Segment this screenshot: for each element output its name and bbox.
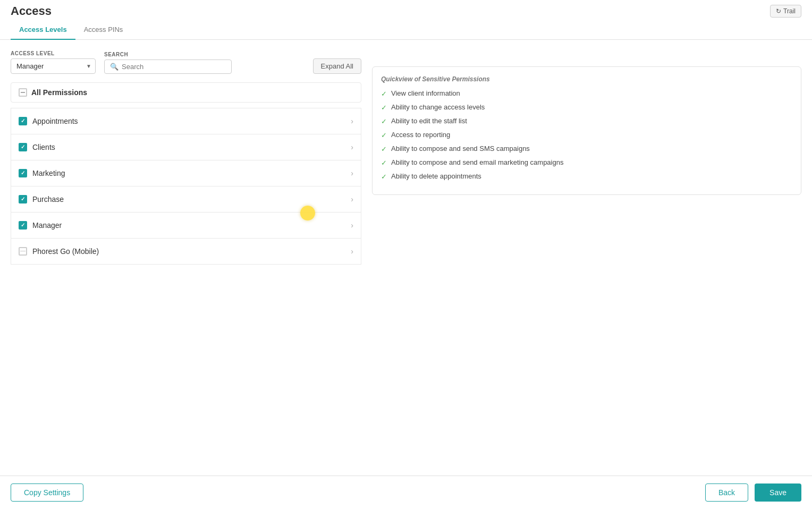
access-level-label: ACCESS LEVEL — [11, 50, 96, 56]
check-icon-4: ✓ — [381, 145, 387, 153]
permission-name-appointments: Appointments — [32, 117, 78, 125]
quickview-item-4: ✓ Ability to compose and send SMS campai… — [381, 145, 792, 153]
check-icon-0: ✓ — [381, 90, 387, 98]
all-permissions-checkbox[interactable] — [19, 88, 27, 97]
search-input[interactable] — [122, 63, 226, 71]
checkmark-appointments: ✓ — [21, 118, 25, 124]
permission-item-clients[interactable]: ✓ Clients › — [11, 134, 361, 160]
quickview-item-1: ✓ Ability to change access levels — [381, 103, 792, 112]
quickview-item-6: ✓ Ability to delete appointments — [381, 172, 792, 181]
checkbox-phorest-go[interactable]: — — [19, 247, 27, 256]
chevron-manager-icon: › — [351, 221, 353, 230]
checkbox-purchase[interactable]: ✓ — [19, 195, 27, 203]
checkbox-marketing[interactable]: ✓ — [19, 169, 27, 177]
left-panel: ACCESS LEVEL Manager ▼ SEARCH 🔍 E — [11, 50, 361, 265]
trail-icon: ↻ — [776, 7, 781, 15]
permission-name-purchase: Purchase — [32, 195, 64, 203]
permission-item-appointments[interactable]: ✓ Appointments › — [11, 108, 361, 134]
access-level-select-wrapper: Manager ▼ — [11, 58, 96, 74]
copy-settings-button[interactable]: Copy Settings — [11, 483, 83, 502]
quickview-item-label-2: Ability to edit the staff list — [391, 117, 467, 125]
permission-name-clients: Clients — [32, 143, 55, 151]
chevron-purchase-icon: › — [351, 195, 353, 203]
quickview-item-label-1: Ability to change access levels — [391, 103, 485, 111]
trail-button[interactable]: ↻ Trail — [770, 5, 801, 18]
search-icon: 🔍 — [110, 63, 119, 71]
controls-row: ACCESS LEVEL Manager ▼ SEARCH 🔍 E — [11, 50, 361, 74]
permission-left-purchase: ✓ Purchase — [19, 195, 64, 203]
quickview-item-label-5: Ability to compose and send email market… — [391, 158, 563, 166]
quickview-item-label-4: Ability to compose and send SMS campaign… — [391, 145, 530, 152]
tab-access-pins[interactable]: Access PINs — [75, 20, 132, 40]
access-level-group: ACCESS LEVEL Manager ▼ — [11, 50, 96, 74]
quickview-item-5: ✓ Ability to compose and send email mark… — [381, 158, 792, 167]
quickview-item-label-0: View client information — [391, 89, 460, 97]
footer: Copy Settings Back Save — [0, 476, 812, 509]
quickview-item-0: ✓ View client information — [381, 89, 792, 98]
permission-left-manager: ✓ Manager — [19, 221, 62, 230]
chevron-phorest-go-icon: › — [351, 247, 353, 256]
check-icon-1: ✓ — [381, 104, 387, 112]
all-permissions-label: All Permissions — [31, 88, 87, 97]
quickview-item-label-3: Access to reporting — [391, 131, 450, 139]
save-button[interactable]: Save — [755, 483, 801, 502]
permission-left-marketing: ✓ Marketing — [19, 169, 65, 177]
permission-left-clients: ✓ Clients — [19, 143, 55, 151]
permission-item-marketing[interactable]: ✓ Marketing › — [11, 160, 361, 186]
permission-name-manager: Manager — [32, 221, 62, 230]
permission-item-purchase[interactable]: ✓ Purchase › — [11, 186, 361, 212]
chevron-appointments-icon: › — [351, 117, 353, 125]
main-content: ACCESS LEVEL Manager ▼ SEARCH 🔍 E — [0, 40, 812, 307]
quickview-item-3: ✓ Access to reporting — [381, 131, 792, 139]
tabs-bar: Access Levels Access PINs — [0, 20, 812, 40]
quickview-item-2: ✓ Ability to edit the staff list — [381, 117, 792, 125]
permission-left-appointments: ✓ Appointments — [19, 117, 78, 125]
permission-name-phorest-go: Phorest Go (Mobile) — [32, 247, 99, 256]
expand-all-button[interactable]: Expand All — [313, 58, 361, 74]
permission-left-phorest-go: — Phorest Go (Mobile) — [19, 247, 99, 256]
search-group: SEARCH 🔍 — [104, 52, 232, 74]
quickview-panel: Quickview of Sensitive Permissions ✓ Vie… — [372, 66, 801, 195]
footer-left: Copy Settings — [11, 483, 83, 502]
checkmark-marketing: ✓ — [21, 171, 25, 176]
checkmark-purchase: ✓ — [21, 197, 25, 202]
page-title: Access — [11, 4, 52, 18]
chevron-clients-icon: › — [351, 143, 353, 151]
checkbox-manager[interactable]: ✓ — [19, 221, 27, 230]
chevron-marketing-icon: › — [351, 169, 353, 177]
checkmark-clients: ✓ — [21, 145, 25, 150]
footer-right: Back Save — [705, 483, 801, 502]
tab-access-levels[interactable]: Access Levels — [11, 20, 75, 40]
permission-item-phorest-go[interactable]: — Phorest Go (Mobile) › — [11, 238, 361, 265]
search-wrapper: 🔍 — [104, 60, 232, 74]
check-icon-3: ✓ — [381, 131, 387, 139]
check-icon-5: ✓ — [381, 159, 387, 167]
access-level-select[interactable]: Manager — [11, 58, 96, 74]
page-header: Access ↻ Trail — [0, 0, 812, 18]
dash-line — [21, 92, 25, 93]
check-icon-6: ✓ — [381, 173, 387, 181]
checkmark-manager: ✓ — [21, 223, 25, 228]
right-panel: Quickview of Sensitive Permissions ✓ Vie… — [372, 50, 801, 265]
all-permissions-row: All Permissions — [11, 82, 361, 103]
quickview-title: Quickview of Sensitive Permissions — [381, 75, 792, 83]
permission-name-marketing: Marketing — [32, 169, 65, 177]
back-button[interactable]: Back — [705, 483, 748, 502]
search-label: SEARCH — [104, 52, 232, 57]
permission-item-manager[interactable]: ✓ Manager › — [11, 212, 361, 238]
permissions-list: ✓ Appointments › ✓ Clients › — [11, 108, 361, 265]
checkbox-appointments[interactable]: ✓ — [19, 117, 27, 125]
checkbox-clients[interactable]: ✓ — [19, 143, 27, 151]
quickview-item-label-6: Ability to delete appointments — [391, 172, 481, 180]
checkmark-phorest-go: — — [20, 249, 26, 254]
check-icon-2: ✓ — [381, 117, 387, 125]
